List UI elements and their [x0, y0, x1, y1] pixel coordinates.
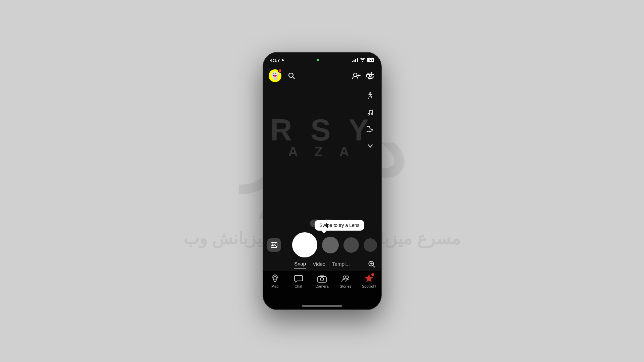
- avatar-button[interactable]: 👻: [269, 69, 281, 82]
- overlay-small-letters: A Z A: [263, 144, 381, 159]
- signal-icon: [352, 58, 358, 62]
- svg-point-15: [371, 113, 373, 115]
- phone-frame: R S Y A Z A 4:17 ➤: [263, 52, 382, 310]
- svg-point-2: [354, 73, 357, 76]
- svg-point-6: [369, 75, 371, 77]
- svg-line-1: [292, 77, 294, 79]
- lens-search-button[interactable]: [368, 260, 376, 268]
- tab-templates[interactable]: Templ...: [332, 260, 350, 268]
- spotlight-label: Spotlight: [362, 284, 376, 288]
- status-bar: 4:17 ➤ 63: [263, 53, 381, 67]
- map-icon: [271, 274, 279, 283]
- shutter-button[interactable]: [292, 232, 317, 257]
- svg-point-14: [368, 114, 370, 115]
- top-right-controls: [351, 70, 376, 81]
- mode-tabs: Snap Video Templ...: [263, 259, 381, 268]
- camera-label: Camera: [315, 284, 328, 288]
- nav-camera[interactable]: Camera: [310, 274, 334, 288]
- chat-icon: [294, 274, 303, 283]
- search-button[interactable]: [286, 70, 297, 81]
- svg-line-19: [373, 265, 375, 267]
- stories-icon: [341, 274, 350, 283]
- nav-chat[interactable]: Chat: [287, 274, 310, 288]
- status-icons: 63: [352, 58, 374, 62]
- top-toolbar: 👻: [263, 67, 381, 84]
- gallery-button[interactable]: [267, 238, 281, 252]
- add-friend-button[interactable]: [351, 70, 362, 81]
- home-indicator: [302, 305, 342, 307]
- wifi-icon: [360, 58, 365, 62]
- svg-point-26: [346, 276, 348, 279]
- bottom-nav: Map Chat Camera: [263, 271, 381, 309]
- chevron-down-icon-btn[interactable]: [364, 140, 376, 152]
- svg-point-25: [343, 276, 346, 279]
- nav-map[interactable]: Map: [263, 274, 287, 288]
- overlay-big-letters: R S Y: [263, 113, 381, 147]
- camera-overlay: R S Y A Z A: [263, 113, 381, 159]
- right-sidebar: [364, 89, 376, 152]
- music-icon-btn[interactable]: [364, 106, 376, 118]
- camera-controls: [263, 232, 381, 257]
- battery-percentage: 63: [367, 58, 374, 62]
- spotlight-notif-dot: [371, 273, 374, 276]
- spotlight-icon: [365, 274, 373, 283]
- avatar-notification-dot: [278, 69, 282, 73]
- bar4: [357, 58, 358, 62]
- flip-camera-button[interactable]: [365, 70, 376, 81]
- nav-spotlight[interactable]: Spotlight: [357, 274, 381, 288]
- svg-line-11: [371, 96, 372, 99]
- chat-label: Chat: [294, 284, 302, 288]
- active-dot: [317, 59, 319, 61]
- camera-icon: [317, 274, 327, 283]
- lens-tooltip: Swipe to try a Lens: [315, 220, 364, 231]
- top-left-controls: 👻: [269, 69, 297, 82]
- map-label: Map: [271, 284, 278, 288]
- battery-indicator: 63: [367, 58, 374, 62]
- lens-option-3[interactable]: [364, 238, 377, 252]
- svg-point-22: [274, 277, 276, 279]
- accessibility-icon-btn[interactable]: [364, 89, 376, 102]
- shutter-inner: [294, 234, 316, 256]
- nav-stories[interactable]: Stories: [334, 274, 357, 288]
- time-display: 4:17: [270, 57, 280, 63]
- lens-option-1[interactable]: [322, 237, 339, 253]
- lens-option-2[interactable]: [343, 237, 359, 253]
- bar3: [355, 59, 356, 62]
- tab-video[interactable]: Video: [313, 260, 325, 268]
- svg-line-10: [369, 96, 369, 99]
- status-time: 4:17 ➤: [270, 57, 284, 63]
- location-arrow-icon: ➤: [281, 58, 284, 62]
- moon-icon-btn[interactable]: [364, 123, 376, 135]
- tab-snap[interactable]: Snap: [294, 259, 306, 268]
- bar2: [354, 60, 355, 62]
- svg-point-24: [320, 278, 324, 281]
- stories-label: Stories: [340, 284, 351, 288]
- bar1: [352, 61, 353, 62]
